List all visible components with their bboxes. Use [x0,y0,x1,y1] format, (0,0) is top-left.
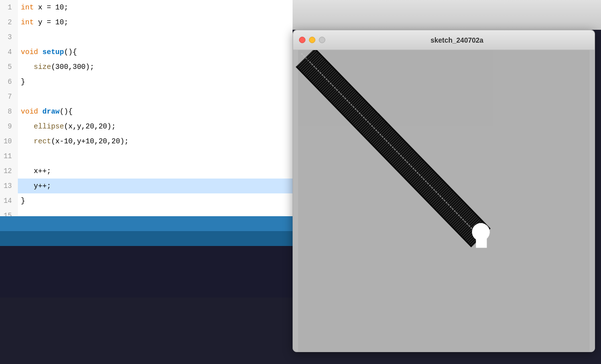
code-line-5: 5 size(300,300); [0,60,293,74]
line-number-2: 2 [0,15,18,30]
sketch-canvas [293,50,595,352]
line-number-11: 11 [0,149,18,164]
line-content-7 [18,89,25,104]
code-line-8: 8 void draw(){ [0,104,293,119]
editor-bottom-panel [0,246,293,298]
code-line-6: 6 } [0,74,293,89]
code-line-12: 12 x++; [0,164,293,179]
line-number-7: 7 [0,89,18,104]
line-content-3 [18,30,25,45]
line-content-12: x++; [18,164,51,179]
line-content-10: rect(x-10,y+10,20,20); [18,134,129,149]
code-line-9: 9 ellipse(x,y,20,20); [0,119,293,134]
code-line-2: 2 int y = 10; [0,15,293,30]
line-number-9: 9 [0,119,18,134]
line-number-14: 14 [0,193,18,208]
sketch-titlebar: sketch_240702a [293,30,595,50]
line-content-11 [18,149,25,164]
line-number-5: 5 [0,60,18,74]
code-line-3: 3 [0,30,293,45]
code-line-13: 13 y++; [0,179,293,193]
line-content-14: } [18,193,25,208]
line-number-8: 8 [0,104,18,119]
line-number-6: 6 [0,74,18,89]
close-button[interactable] [299,37,305,43]
code-line-10: 10 rect(x-10,y+10,20,20); [0,134,293,149]
sketch-window: sketch_240702a [293,30,595,352]
line-content-6: } [18,74,25,89]
editor-status-bar-1 [0,216,293,231]
line-content-9: ellipse(x,y,20,20); [18,119,116,134]
line-content-2: int y = 10; [18,15,68,30]
line-content-8: void draw(){ [18,104,72,119]
code-editor: 1 int x = 10; 2 int y = 10; 3 4 void set… [0,0,293,298]
code-line-14: 14 } [0,193,293,208]
traffic-lights [299,37,325,43]
code-line-4: 4 void setup(){ [0,45,293,60]
line-content-4: void setup(){ [18,45,77,60]
editor-status-bar-2 [0,231,293,246]
line-number-12: 12 [0,164,18,179]
canvas-svg [293,50,595,352]
line-number-1: 1 [0,0,18,15]
line-content-1: int x = 10; [18,0,68,15]
line-number-4: 4 [0,45,18,60]
line-content-13: y++; [18,179,51,193]
line-number-10: 10 [0,134,18,149]
maximize-button[interactable] [319,37,325,43]
line-content-5: size(300,300); [18,60,94,74]
code-line-1: 1 int x = 10; [0,0,293,15]
sketch-title: sketch_240702a [325,36,589,44]
code-line-11: 11 [0,149,293,164]
minimize-button[interactable] [309,37,315,43]
code-line-7: 7 [0,89,293,104]
line-number-3: 3 [0,30,18,45]
line-number-13: 13 [0,179,18,193]
svg-rect-7 [476,237,487,248]
code-lines: 1 int x = 10; 2 int y = 10; 3 4 void set… [0,0,293,253]
